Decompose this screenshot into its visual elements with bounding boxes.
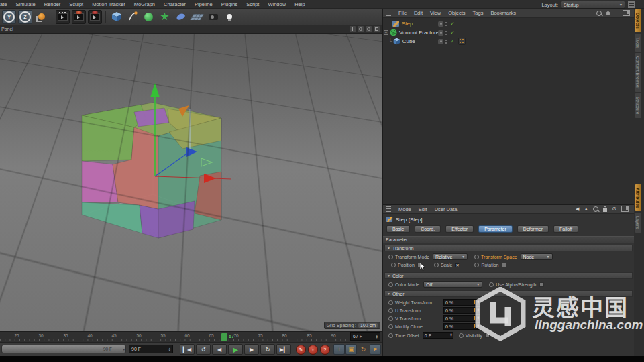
spinner-icon[interactable]: ▴▾ <box>168 347 170 351</box>
keyframe-palette-button-3[interactable] <box>88 10 102 24</box>
history-icon[interactable]: ⊙ <box>612 206 616 212</box>
y-axis-lock-button[interactable]: Y <box>2 10 16 24</box>
zoom-view-icon[interactable] <box>358 26 364 32</box>
om-menu-edit[interactable]: Edit <box>414 10 423 16</box>
keyframe-circle-icon[interactable] <box>388 316 393 321</box>
time-offset-field[interactable]: 0 F▴▾ <box>423 332 453 339</box>
home-icon[interactable] <box>606 11 610 15</box>
cube-primitive-button[interactable] <box>109 10 123 24</box>
editor-render-dots[interactable] <box>445 40 447 44</box>
editor-render-dots[interactable] <box>445 31 447 35</box>
rotate-view-icon[interactable] <box>366 26 372 32</box>
timeline-ruler[interactable]: 25 30 35 40 45 50 55 60 65 70 75 80 85 9… <box>0 331 382 342</box>
lock-icon[interactable] <box>603 208 607 212</box>
timeline-playhead[interactable] <box>221 333 227 341</box>
tab-content-browser[interactable]: Content Browser <box>635 53 641 92</box>
menu-simulate[interactable]: Simulate <box>16 1 36 7</box>
light-button[interactable] <box>222 10 236 24</box>
keyframe-palette-button-1[interactable] <box>56 10 70 24</box>
enabled-check-icon[interactable]: ✓ <box>450 38 455 44</box>
panel-layout-icon[interactable] <box>623 10 630 16</box>
menu-motion-tracker[interactable]: Motion Tracker <box>92 1 125 7</box>
keyframe-circle-icon[interactable] <box>391 263 396 267</box>
menu-render[interactable]: Render <box>44 1 61 7</box>
tab-effector[interactable]: Effector <box>445 225 474 233</box>
enabled-check-icon[interactable]: ✓ <box>450 21 455 27</box>
next-frame-button[interactable]: ▶ <box>244 344 259 355</box>
menu-character[interactable]: Character <box>164 1 186 7</box>
group-transform[interactable]: ▼ Transform <box>384 245 633 251</box>
om-menu-objects[interactable]: Objects <box>448 10 465 16</box>
group-other[interactable]: ▼ Other <box>384 290 633 297</box>
menu-mograph[interactable]: MoGraph <box>134 1 155 7</box>
layout-grid-icon[interactable] <box>628 1 635 8</box>
om-menu-file[interactable]: File <box>398 10 407 16</box>
maximize-view-icon[interactable] <box>374 26 380 32</box>
camera-button[interactable] <box>206 10 220 24</box>
goto-end-button[interactable]: ▶▎ <box>276 344 291 355</box>
search-icon[interactable] <box>596 11 602 16</box>
menu-sculpt[interactable]: Sculpt <box>69 1 83 7</box>
collapse-icon[interactable]: − <box>384 30 388 35</box>
keyframe-circle-icon[interactable] <box>388 333 393 338</box>
tab-parameter[interactable]: Parameter <box>478 225 513 233</box>
hamburger-icon[interactable] <box>386 206 391 212</box>
keyframe-circle-icon[interactable] <box>388 282 393 287</box>
keyframe-selection-button[interactable]: ? <box>320 345 330 355</box>
am-menu-mode[interactable]: Mode <box>398 206 411 213</box>
tab-basic[interactable]: Basic <box>386 225 410 233</box>
object-row-voronoi-fracture[interactable]: − Voronoi Fracture ✓ <box>383 28 634 37</box>
om-menu-view[interactable]: View <box>430 10 441 16</box>
scale-checkbox[interactable] <box>455 263 460 267</box>
use-alpha-checkbox[interactable] <box>539 282 544 287</box>
keyframe-circle-icon[interactable] <box>388 308 393 313</box>
transform-space-dropdown[interactable]: Node▼ <box>521 253 553 260</box>
keyframe-circle-icon[interactable] <box>489 282 494 287</box>
play-button[interactable]: ▶ <box>228 344 243 355</box>
keyframe-circle-icon[interactable] <box>388 255 393 259</box>
hamburger-icon[interactable] <box>386 11 391 16</box>
tab-coord[interactable]: Coord. <box>415 225 441 233</box>
max-frame-field[interactable]: 90 F ▴▾ <box>129 345 173 353</box>
search-icon[interactable] <box>593 206 598 212</box>
menu-pipeline[interactable]: Pipeline <box>195 1 213 7</box>
visibility-toggle[interactable] <box>438 39 443 44</box>
goto-start-button[interactable]: ▎◀ <box>180 344 195 355</box>
tab-layers[interactable]: Layers <box>635 213 641 233</box>
autokey-button[interactable]: ◦ <box>308 345 318 355</box>
pan-view-icon[interactable] <box>350 26 356 32</box>
visibility-checkbox[interactable] <box>485 333 490 338</box>
tag-icon[interactable] <box>458 38 466 45</box>
color-mode-dropdown[interactable]: Off▼ <box>423 281 482 288</box>
panel-layout-icon[interactable] <box>621 206 629 212</box>
u-transform-field[interactable]: 0 %▴▾ <box>443 307 480 314</box>
record-rotation-toggle[interactable]: ↻ <box>358 344 369 355</box>
record-scale-toggle[interactable]: ▣ <box>345 344 357 355</box>
record-position-toggle[interactable]: + <box>333 344 345 355</box>
am-menu-user-data[interactable]: User Data <box>435 206 458 213</box>
keyframe-circle-icon[interactable] <box>388 324 393 329</box>
back-arrow-icon[interactable]: ◀ <box>576 206 579 212</box>
floor-environment-button[interactable] <box>190 10 204 24</box>
om-menu-tags[interactable]: Tags <box>473 10 484 16</box>
keyframe-circle-icon[interactable] <box>474 255 479 259</box>
tab-falloff[interactable]: Falloff <box>553 225 578 233</box>
editor-render-dots[interactable] <box>445 22 447 26</box>
coordinate-system-button[interactable] <box>34 10 48 24</box>
visibility-toggle[interactable] <box>438 30 443 36</box>
object-row-step[interactable]: Step ✓ <box>383 19 634 28</box>
up-arrow-icon[interactable]: ▲ <box>584 206 588 211</box>
keyframe-circle-icon[interactable] <box>459 333 464 338</box>
z-axis-lock-button[interactable]: Z <box>18 10 32 24</box>
weight-transform-field[interactable]: 0 %▴▾ <box>443 299 480 306</box>
mograph-object-button[interactable] <box>142 10 156 24</box>
deformer-button[interactable] <box>174 10 188 24</box>
object-row-cube[interactable]: └ Cube ✓ <box>383 37 634 46</box>
menu-plugins[interactable]: Plugins <box>221 1 238 7</box>
tab-deformer[interactable]: Deformer <box>517 225 549 233</box>
menu-help[interactable]: Help <box>294 1 305 7</box>
record-keyframe-button[interactable]: ✎ <box>296 345 306 355</box>
rotation-checkbox[interactable] <box>502 263 506 267</box>
keyframe-circle-icon[interactable] <box>388 300 393 305</box>
enabled-check-icon[interactable]: ✓ <box>450 29 455 36</box>
